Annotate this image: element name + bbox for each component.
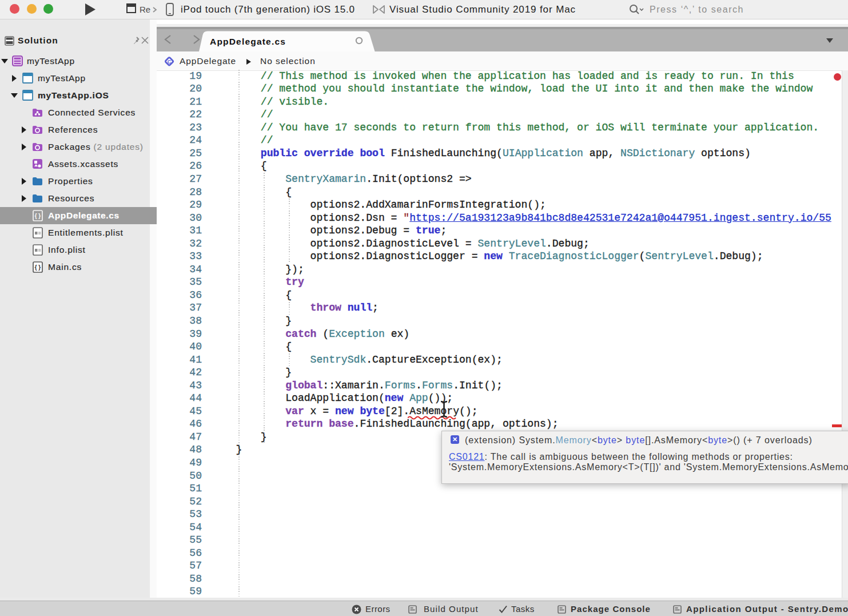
svg-text:{ }: { } — [35, 264, 41, 271]
svg-text:{ }: { } — [35, 212, 41, 219]
svg-text:C: C — [168, 59, 172, 65]
